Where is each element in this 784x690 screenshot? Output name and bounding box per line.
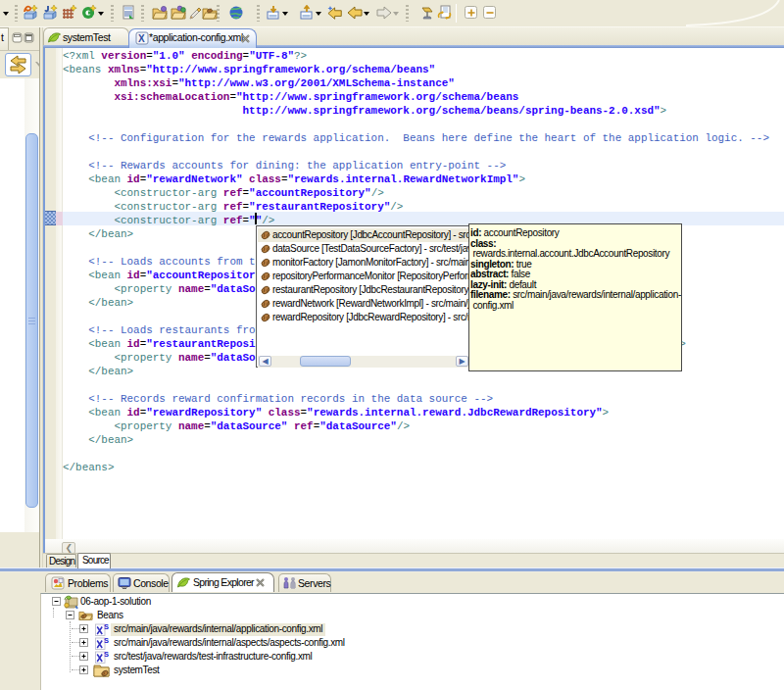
svg-text:X: X: [138, 33, 145, 44]
svg-text:S: S: [104, 636, 109, 645]
svg-text:S: S: [104, 622, 109, 631]
svg-text:S: S: [104, 650, 109, 659]
